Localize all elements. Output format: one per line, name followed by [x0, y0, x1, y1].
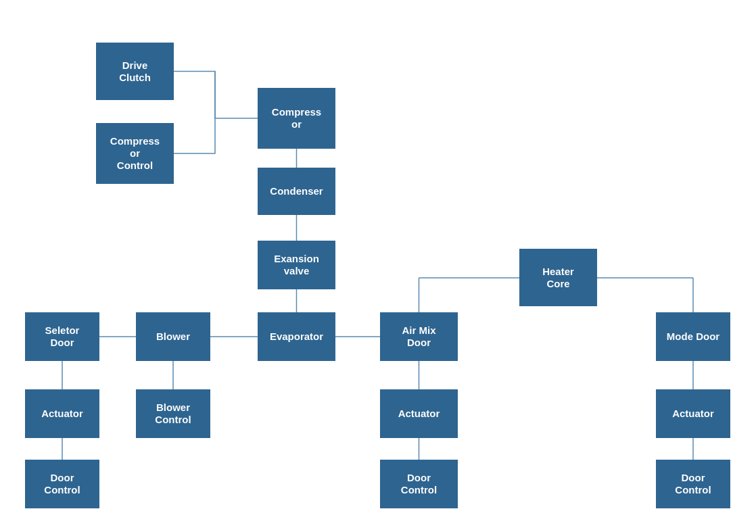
actuator-airmix: Actuator [380, 389, 458, 438]
selector-door: SeletorDoor [25, 312, 99, 361]
air-mix-door: Air MixDoor [380, 312, 458, 361]
expansion-valve: Exansionvalve [258, 241, 335, 289]
condenser: Condenser [258, 168, 335, 215]
mode-door: Mode Door [656, 312, 730, 361]
diagram-container: DriveClutchCompressorControlCompressorCo… [0, 0, 756, 532]
actuator-mode: Actuator [656, 389, 730, 438]
compressor: Compressor [258, 88, 335, 149]
drive-clutch: DriveClutch [96, 43, 174, 100]
door-control-selector: DoorControl [25, 460, 99, 508]
heater-core: HeaterCore [519, 249, 597, 306]
blower: Blower [136, 312, 210, 361]
evaporator: Evaporator [258, 312, 335, 361]
door-control-mode: DoorControl [656, 460, 730, 508]
actuator-selector: Actuator [25, 389, 99, 438]
compressor-control: CompressorControl [96, 123, 174, 184]
blower-control: BlowerControl [136, 389, 210, 438]
door-control-airmix: DoorControl [380, 460, 458, 508]
